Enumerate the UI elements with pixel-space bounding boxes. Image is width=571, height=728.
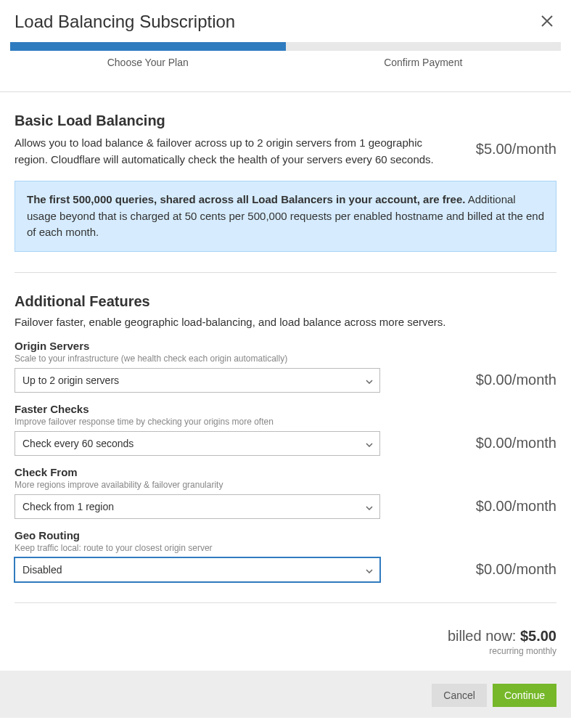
close-icon (541, 15, 554, 28)
cancel-button[interactable]: Cancel (432, 684, 487, 707)
step-choose-plan: Choose Your Plan (10, 57, 286, 68)
billing-summary: billed now: $5.00 recurring monthly (15, 628, 556, 656)
bottom-divider (15, 602, 556, 603)
feature-hint: Scale to your infrastructure (we health … (15, 353, 556, 364)
progress-section: Choose Your Plan Confirm Payment (0, 42, 571, 75)
feature-row: Check every 60 seconds$0.00/month (15, 431, 556, 456)
feature-price: $0.00/month (476, 372, 556, 388)
feature-select[interactable]: Check every 60 seconds (15, 431, 380, 456)
basic-heading: Basic Load Balancing (15, 113, 556, 129)
feature-label: Origin Servers (15, 340, 556, 352)
feature-block: Check FromMore regions improve availabil… (15, 466, 556, 519)
billing-sub: recurring monthly (15, 646, 556, 656)
feature-select-wrap: Check from 1 region (15, 494, 380, 519)
feature-row: Up to 2 origin servers$0.00/month (15, 368, 556, 393)
modal-header: Load Balancing Subscription (0, 0, 571, 42)
progress-bar (10, 42, 561, 51)
additional-desc: Failover faster, enable geographic load-… (15, 316, 556, 328)
continue-button[interactable]: Continue (493, 684, 556, 707)
feature-price: $0.00/month (476, 561, 556, 578)
feature-price: $0.00/month (476, 435, 556, 451)
modal-footer: Cancel Continue (0, 671, 571, 718)
info-bold: The first 500,000 queries, shared across… (27, 193, 465, 205)
feature-label: Check From (15, 466, 556, 478)
modal-title: Load Balancing Subscription (15, 12, 235, 32)
section-divider (15, 272, 556, 273)
close-button[interactable] (538, 13, 556, 30)
feature-hint: Keep traffic local: route to your closes… (15, 543, 556, 553)
basic-plan-row: Allows you to load balance & failover ac… (15, 135, 556, 168)
feature-block: Faster ChecksImprove failover response t… (15, 403, 556, 456)
feature-label: Faster Checks (15, 403, 556, 415)
feature-price: $0.00/month (476, 498, 556, 515)
feature-select[interactable]: Disabled (15, 557, 380, 582)
feature-block: Geo RoutingKeep traffic local: route to … (15, 529, 556, 582)
feature-select-wrap: Up to 2 origin servers (15, 368, 380, 393)
basic-desc: Allows you to load balance & failover ac… (15, 135, 456, 168)
progress-fill (10, 42, 286, 51)
info-callout: The first 500,000 queries, shared across… (15, 181, 556, 252)
feature-select-wrap: Check every 60 seconds (15, 431, 380, 456)
feature-select-wrap: Disabled (15, 557, 380, 582)
feature-select[interactable]: Up to 2 origin servers (15, 368, 380, 393)
feature-row: Check from 1 region$0.00/month (15, 494, 556, 519)
feature-block: Origin ServersScale to your infrastructu… (15, 340, 556, 393)
additional-heading: Additional Features (15, 293, 556, 310)
steps-row: Choose Your Plan Confirm Payment (10, 57, 561, 68)
feature-label: Geo Routing (15, 529, 556, 541)
modal-content: Basic Load Balancing Allows you to load … (0, 92, 571, 656)
feature-hint: Improve failover response time by checki… (15, 417, 556, 427)
step-confirm-payment: Confirm Payment (286, 57, 562, 68)
feature-select[interactable]: Check from 1 region (15, 494, 380, 519)
subscription-modal: Load Balancing Subscription Choose Your … (0, 0, 571, 718)
billing-label: billed now: (448, 628, 520, 644)
basic-price: $5.00/month (476, 135, 556, 158)
billing-amount: $5.00 (520, 628, 556, 644)
feature-row: Disabled$0.00/month (15, 557, 556, 582)
feature-hint: More regions improve availability & fail… (15, 480, 556, 490)
